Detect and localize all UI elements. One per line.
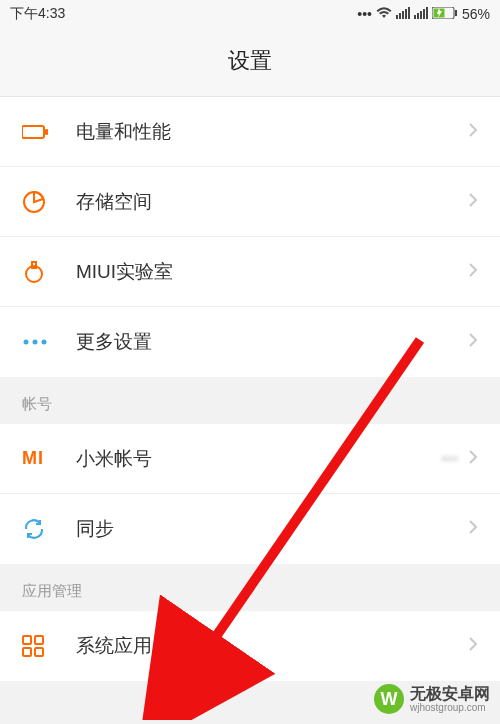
- item-system-apps[interactable]: 系统应用: [0, 611, 500, 681]
- chevron-right-icon: [468, 262, 478, 282]
- settings-group-1: MI 小米帐号 ••• 同步: [0, 424, 500, 564]
- svg-rect-21: [23, 636, 31, 644]
- item-label: 同步: [58, 516, 468, 542]
- item-label: 更多设置: [58, 329, 468, 355]
- battery-charging-icon: [432, 6, 458, 22]
- svg-rect-2: [402, 11, 404, 19]
- watermark-logo-icon: W: [374, 684, 404, 714]
- watermark-url: wjhostgroup.com: [410, 702, 490, 713]
- chevron-right-icon: [468, 122, 478, 142]
- svg-rect-0: [396, 15, 398, 19]
- svg-point-19: [33, 340, 38, 345]
- item-storage[interactable]: 存储空间: [0, 167, 500, 237]
- watermark: W 无极安卓网 wjhostgroup.com: [374, 684, 490, 714]
- watermark-title: 无极安卓网: [410, 685, 490, 703]
- chevron-right-icon: [468, 332, 478, 352]
- chevron-right-icon: [468, 449, 478, 469]
- svg-rect-1: [399, 13, 401, 19]
- svg-rect-4: [408, 7, 410, 19]
- item-mi-account[interactable]: MI 小米帐号 •••: [0, 424, 500, 494]
- item-battery-performance[interactable]: 电量和性能: [0, 97, 500, 167]
- mi-icon: MI: [22, 448, 58, 469]
- item-miui-lab[interactable]: MIUI实验室: [0, 237, 500, 307]
- status-right: ••• 56%: [357, 6, 490, 22]
- svg-point-18: [24, 340, 29, 345]
- svg-rect-22: [35, 636, 43, 644]
- item-label: MIUI实验室: [58, 259, 468, 285]
- svg-rect-23: [23, 648, 31, 656]
- item-label: 存储空间: [58, 189, 468, 215]
- item-value: •••: [441, 450, 468, 468]
- svg-rect-12: [455, 10, 457, 16]
- svg-rect-7: [420, 11, 422, 19]
- svg-rect-8: [423, 9, 425, 19]
- more-icon: [22, 338, 58, 346]
- settings-group-0: 电量和性能 存储空间 MIUI实验室 更多设置: [0, 97, 500, 377]
- svg-rect-13: [22, 126, 44, 138]
- item-label: 电量和性能: [58, 119, 468, 145]
- chevron-right-icon: [468, 192, 478, 212]
- svg-rect-24: [35, 648, 43, 656]
- svg-rect-3: [405, 9, 407, 19]
- sync-icon: [22, 517, 58, 541]
- item-label: 系统应用: [58, 633, 468, 659]
- svg-point-20: [42, 340, 47, 345]
- signal-icon: [396, 6, 410, 22]
- wifi-icon: [376, 6, 392, 22]
- item-label: 小米帐号: [58, 446, 441, 472]
- status-bar: 下午4:33 ••• 56%: [0, 0, 500, 28]
- battery-icon: [22, 124, 58, 140]
- storage-icon: [22, 190, 58, 214]
- item-sync[interactable]: 同步: [0, 494, 500, 564]
- page-title: 设置: [0, 28, 500, 97]
- chevron-right-icon: [468, 519, 478, 539]
- status-time: 下午4:33: [10, 5, 65, 23]
- battery-pct: 56%: [462, 6, 490, 22]
- lab-icon: [22, 260, 58, 284]
- svg-rect-5: [414, 15, 416, 19]
- more-dots-icon: •••: [357, 6, 372, 22]
- settings-group-2: 系统应用: [0, 611, 500, 681]
- item-more-settings[interactable]: 更多设置: [0, 307, 500, 377]
- section-header-apps: 应用管理: [0, 564, 500, 611]
- chevron-right-icon: [468, 636, 478, 656]
- signal2-icon: [414, 6, 428, 22]
- section-header-account: 帐号: [0, 377, 500, 424]
- svg-rect-6: [417, 13, 419, 19]
- svg-rect-14: [45, 129, 48, 135]
- apps-icon: [22, 635, 58, 657]
- svg-rect-9: [426, 7, 428, 19]
